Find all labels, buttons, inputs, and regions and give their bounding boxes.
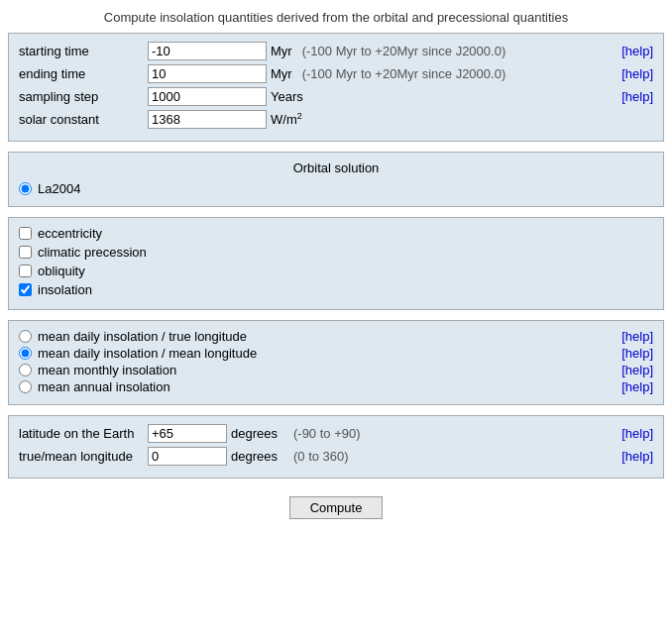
- compute-row: Compute: [0, 488, 672, 531]
- insolation-type4-label: mean annual insolation: [38, 379, 616, 394]
- eccentricity-checkbox[interactable]: [19, 227, 32, 240]
- eccentricity-row: eccentricity: [19, 226, 653, 241]
- starting-time-row: starting time Myr (-100 Myr to +20Myr si…: [19, 42, 653, 60]
- latitude-input[interactable]: [148, 424, 227, 443]
- insolation-checkbox[interactable]: [19, 283, 32, 296]
- insolation-type2-radio[interactable]: [19, 347, 32, 360]
- longitude-unit: degrees: [231, 449, 278, 464]
- solar-constant-unit: W/m2: [271, 111, 302, 127]
- ending-time-unit: Myr: [271, 66, 292, 81]
- climatic-precession-label: climatic precession: [38, 245, 147, 260]
- insolation-type1-help[interactable]: [help]: [621, 329, 653, 344]
- solar-constant-row: solar constant W/m2: [19, 110, 653, 129]
- obliquity-checkbox[interactable]: [19, 265, 32, 277]
- longitude-label: true/mean longitude: [19, 449, 148, 464]
- insolation-type3-radio[interactable]: [19, 364, 32, 376]
- longitude-input[interactable]: [148, 447, 227, 466]
- orbital-section-label: Orbital solution: [19, 160, 653, 175]
- ending-time-input[interactable]: [148, 64, 267, 83]
- sampling-step-unit: Years: [271, 89, 303, 104]
- insolation-type3-row: mean monthly insolation [help]: [19, 363, 653, 377]
- ending-time-label: ending time: [19, 66, 148, 81]
- starting-time-help[interactable]: [help]: [621, 44, 653, 58]
- orbital-la2004-label: La2004: [38, 181, 80, 196]
- starting-time-hint: (-100 Myr to +20Myr since J2000.0): [302, 44, 616, 58]
- insolation-type1-label: mean daily insolation / true longitude: [38, 329, 616, 344]
- ending-time-row: ending time Myr (-100 Myr to +20Myr sinc…: [19, 64, 653, 83]
- obliquity-label: obliquity: [38, 264, 85, 278]
- climatic-precession-row: climatic precession: [19, 245, 653, 260]
- longitude-row: true/mean longitude degrees (0 to 360) […: [19, 447, 653, 466]
- insolation-type4-help[interactable]: [help]: [621, 379, 653, 394]
- starting-time-label: starting time: [19, 44, 148, 58]
- latitude-help[interactable]: [help]: [621, 426, 653, 441]
- ending-time-help[interactable]: [help]: [621, 66, 653, 81]
- insolation-type2-row: mean daily insolation / mean longitude […: [19, 346, 653, 361]
- eccentricity-label: eccentricity: [38, 226, 102, 241]
- orbital-radio-la2004[interactable]: [19, 182, 32, 195]
- latitude-label: latitude on the Earth: [19, 426, 148, 441]
- insolation-type2-help[interactable]: [help]: [621, 346, 653, 361]
- longitude-help[interactable]: [help]: [621, 449, 653, 464]
- latitude-row: latitude on the Earth degrees (-90 to +9…: [19, 424, 653, 443]
- insolation-type4-radio[interactable]: [19, 380, 32, 393]
- insolation-type3-help[interactable]: [help]: [621, 363, 653, 377]
- geo-section: latitude on the Earth degrees (-90 to +9…: [8, 415, 664, 479]
- page-title: Compute insolation quantities derived fr…: [0, 0, 672, 33]
- insolation-types-section: mean daily insolation / true longitude […: [8, 320, 664, 405]
- ending-time-hint: (-100 Myr to +20Myr since J2000.0): [302, 66, 616, 81]
- solar-constant-input[interactable]: [148, 110, 267, 129]
- longitude-hint: (0 to 360): [293, 449, 616, 464]
- quantities-section: eccentricity climatic precession obliqui…: [8, 217, 664, 310]
- orbital-solution-section: Orbital solution La2004: [8, 152, 664, 207]
- insolation-type2-label: mean daily insolation / mean longitude: [38, 346, 616, 361]
- insolation-type1-radio[interactable]: [19, 330, 32, 343]
- time-constants-section: starting time Myr (-100 Myr to +20Myr si…: [8, 33, 664, 142]
- solar-constant-label: solar constant: [19, 112, 148, 127]
- sampling-step-help[interactable]: [help]: [621, 89, 653, 104]
- starting-time-unit: Myr: [271, 44, 292, 58]
- insolation-type4-row: mean annual insolation [help]: [19, 379, 653, 394]
- latitude-unit: degrees: [231, 426, 278, 441]
- sampling-step-row: sampling step Years [help]: [19, 87, 653, 106]
- insolation-row: insolation: [19, 282, 653, 297]
- compute-button[interactable]: Compute: [289, 496, 384, 519]
- orbital-option-row: La2004: [19, 181, 653, 196]
- insolation-label: insolation: [38, 282, 92, 297]
- sampling-step-input[interactable]: [148, 87, 267, 106]
- obliquity-row: obliquity: [19, 264, 653, 278]
- insolation-type3-label: mean monthly insolation: [38, 363, 616, 377]
- climatic-precession-checkbox[interactable]: [19, 246, 32, 259]
- insolation-type1-row: mean daily insolation / true longitude […: [19, 329, 653, 344]
- latitude-hint: (-90 to +90): [293, 426, 616, 441]
- title-text: Compute insolation quantities derived fr…: [104, 10, 568, 25]
- starting-time-input[interactable]: [148, 42, 267, 60]
- sampling-step-label: sampling step: [19, 89, 148, 104]
